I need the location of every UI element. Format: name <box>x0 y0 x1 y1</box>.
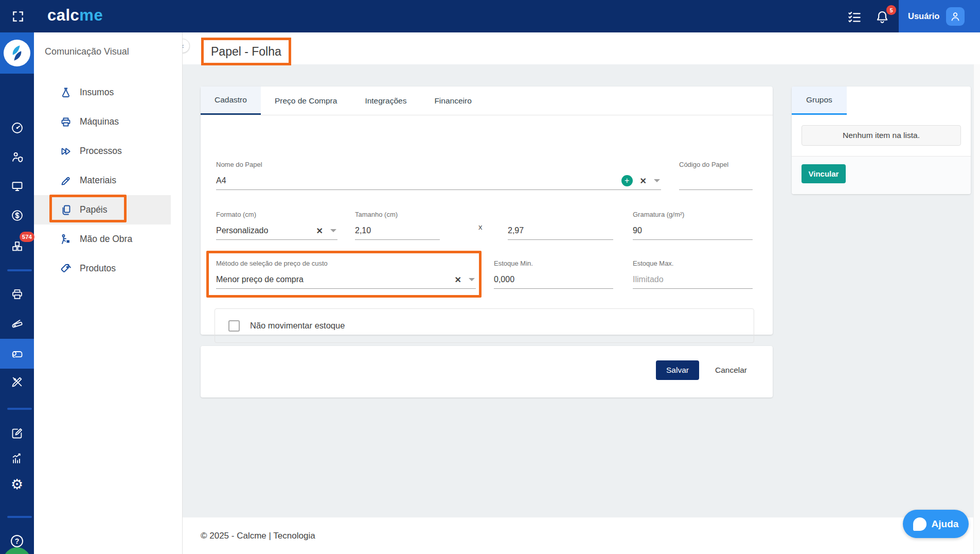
estoque-min-input[interactable] <box>494 275 613 284</box>
printer-icon <box>60 116 72 128</box>
icon-rail: 574 ⚙ ? <box>0 32 34 554</box>
scrollbar[interactable] <box>973 32 980 554</box>
field-label: Estoque Max. <box>633 259 753 268</box>
field-gramatura: Gramatura (g/m²) <box>633 211 753 240</box>
field-formato: Formato (cm) Personalizado ✕ <box>216 211 337 240</box>
nao-movimentar-estoque-checkbox[interactable] <box>228 320 240 332</box>
field-label: Código do Papel <box>679 161 753 169</box>
brand-text-1: calc <box>47 6 79 24</box>
cancel-button[interactable]: Cancelar <box>710 360 752 380</box>
save-button[interactable]: Salvar <box>656 360 699 380</box>
monitor-icon[interactable] <box>7 176 27 196</box>
groups-footer: Vincular <box>792 156 971 194</box>
clear-icon[interactable]: ✕ <box>316 226 323 236</box>
tab-financeiro[interactable]: Financeiro <box>420 86 485 115</box>
sidebar-item-label: Mão de Obra <box>80 234 132 245</box>
gramatura-input[interactable] <box>633 226 753 235</box>
sidebar-item-maquinas[interactable]: Máquinas <box>34 107 182 136</box>
user-label: Usuário <box>908 11 939 21</box>
groups-tabs: Grupos <box>792 86 971 115</box>
design-tools-icon[interactable] <box>7 371 27 392</box>
notifications-button[interactable]: 5 <box>875 8 892 26</box>
codigo-input[interactable] <box>679 176 753 185</box>
formato-combobox[interactable]: Personalizado ✕ <box>216 222 337 240</box>
field-tamanho-altura: . <box>508 211 613 240</box>
page-footer: © 2025 - Calcme | Tecnologia <box>183 517 973 554</box>
app-logo[interactable]: calcme <box>47 6 103 25</box>
sidebar-item-label: Máquinas <box>80 116 119 127</box>
metodo-value: Menor preço de compra <box>216 275 304 284</box>
packages-badge: 574 <box>20 232 34 242</box>
chat-bubble-icon <box>913 517 926 531</box>
field-label: Gramatura (g/m²) <box>633 211 753 219</box>
rail-divider <box>7 269 32 271</box>
user-shield-icon[interactable] <box>7 147 27 167</box>
tasklist-icon[interactable] <box>847 8 864 26</box>
chevron-down-icon[interactable] <box>330 229 336 232</box>
fast-forward-icon <box>60 145 72 158</box>
logo-swoosh-icon <box>4 40 30 66</box>
form-card: Cadastro Preço de Compra Integrações Fin… <box>201 86 773 335</box>
sidebar-item-materiais[interactable]: Materiais <box>34 166 182 195</box>
dashboard-icon[interactable] <box>7 117 27 138</box>
clear-icon[interactable]: ✕ <box>455 275 461 285</box>
tamanho-altura-input[interactable] <box>508 226 613 235</box>
company-logo[interactable] <box>0 32 34 74</box>
sidebar-item-insumos[interactable]: Insumos <box>34 78 182 107</box>
edit-icon[interactable] <box>7 423 27 443</box>
metodo-combobox[interactable]: Menor preço de compra ✕ <box>216 271 476 289</box>
sidebar-item-label: Insumos <box>80 87 114 98</box>
clear-icon[interactable]: ✕ <box>640 176 647 186</box>
user-menu[interactable]: Usuário <box>899 0 980 32</box>
field-estoque-max: Estoque Max. <box>633 259 753 289</box>
sidebar-item-produtos[interactable]: Produtos <box>34 254 182 283</box>
tab-grupos[interactable]: Grupos <box>792 86 847 115</box>
worker-icon <box>60 233 72 246</box>
pen-icon <box>60 175 72 187</box>
form-tabs: Cadastro Preço de Compra Integrações Fin… <box>201 86 773 115</box>
gear-icon[interactable]: ⚙ <box>7 474 27 495</box>
tab-integracoes[interactable]: Integrações <box>351 86 420 115</box>
field-label: Tamanho (cm) <box>355 211 440 219</box>
groups-card: Grupos Nenhum item na lista. Vincular <box>792 86 971 194</box>
scanner-icon[interactable] <box>7 313 27 334</box>
form-body: Nome do Papel A4 + ✕ Código do Papel For… <box>201 115 773 334</box>
sidebar-item-papeis[interactable]: Papéis <box>34 195 171 224</box>
chevron-down-icon[interactable] <box>654 179 660 182</box>
page-title: Papel - Folha <box>211 45 281 59</box>
tab-preco-de-compra[interactable]: Preço de Compra <box>261 86 351 115</box>
field-label: Estoque Min. <box>494 259 613 268</box>
dollar-icon[interactable] <box>7 205 27 226</box>
nome-combobox[interactable]: A4 + ✕ <box>216 172 661 190</box>
printer-icon[interactable] <box>7 284 27 304</box>
sidebar-item-label: Papéis <box>80 204 108 215</box>
copyright-text: © 2025 - Calcme | Tecnologia <box>201 531 315 541</box>
checkbox-label: Não movimentar estoque <box>250 321 345 331</box>
sidebar-item-processos[interactable]: Processos <box>34 136 182 166</box>
nao-movimentar-estoque-row: Não movimentar estoque <box>215 308 754 343</box>
fullscreen-icon[interactable] <box>11 9 26 24</box>
paper-roll-icon[interactable] <box>7 343 27 364</box>
main-content: ‹ Papel - Folha Cadastro Preço de Compra… <box>183 32 980 554</box>
sidebar-title: Comunicação Visual <box>45 46 129 57</box>
vincular-button[interactable]: Vincular <box>801 164 846 183</box>
estoque-max-input[interactable] <box>633 275 753 284</box>
groups-empty-message: Nenhum item na lista. <box>801 125 961 146</box>
chevron-down-icon[interactable] <box>469 278 475 281</box>
field-nome-do-papel: Nome do Papel A4 + ✕ <box>216 161 661 190</box>
packages-icon[interactable]: 574 <box>7 236 27 256</box>
rail-divider <box>7 516 32 518</box>
sidebar-item-mao-de-obra[interactable]: Mão de Obra <box>34 224 182 254</box>
nome-value: A4 <box>216 176 226 185</box>
help-button[interactable]: Ajuda <box>903 510 969 538</box>
tamanho-separator: x <box>478 222 483 231</box>
rail-divider <box>7 408 32 410</box>
tab-cadastro[interactable]: Cadastro <box>201 86 261 115</box>
tamanho-largura-input[interactable] <box>355 226 440 235</box>
sidebar: Comunicação Visual Insumos Máquinas Proc… <box>34 32 183 554</box>
add-icon[interactable]: + <box>621 175 633 186</box>
sidebar-item-label: Materiais <box>80 175 116 186</box>
chart-icon[interactable] <box>7 448 27 469</box>
help-label: Ajuda <box>932 518 959 530</box>
page-title-highlight: Papel - Folha <box>201 38 291 65</box>
